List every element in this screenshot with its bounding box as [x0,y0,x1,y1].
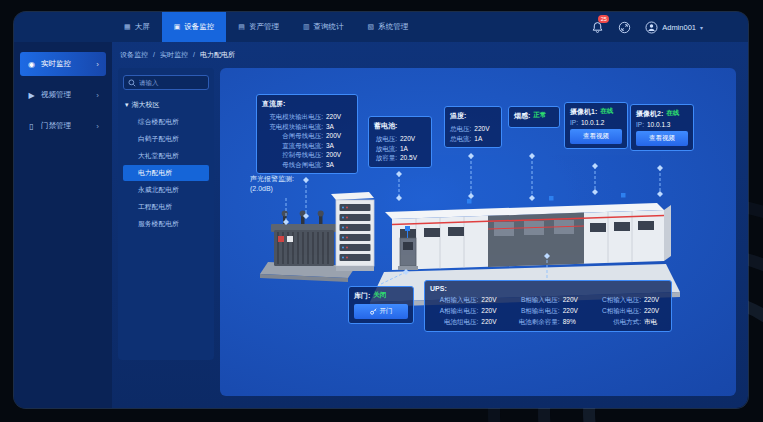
field-value: 市电 [644,317,666,327]
field-label: A相输出电压: [430,306,478,316]
open-door-button[interactable]: 开门 [354,304,408,319]
nav-tab-dashboard[interactable]: ▦ 大屏 [112,12,162,42]
field-value: 220V [644,295,666,305]
tree-item-substation-selected[interactable]: 电力配电所 [123,165,209,181]
status-badge: 在线 [600,107,613,117]
field-label: IP: [636,121,644,128]
sidebar-item-access-control[interactable]: ▯ 门禁管理 › [20,114,106,138]
data-row: 放电压: 220V [374,134,426,144]
dc-screen-panel: 直流屏: 充电模块输出电压: 220V 充电模块输出电流: 3A 合闸母线电压:… [256,94,358,174]
app-window: ▦ 大屏 ▣ 设备监控 ▤ 资产管理 ▥ 查询统计 ▧ 系统管理 [14,12,748,408]
statistics-icon: ▥ [303,23,310,31]
tree-search [123,75,209,90]
field-value: 3A [326,122,352,132]
field-value: 10.0.1.2 [581,119,605,126]
field-label: 总电流: [450,134,471,144]
nav-tab-system-management[interactable]: ▧ 系统管理 [356,12,421,42]
data-row: 充电模块输出电压: 220V [262,112,352,122]
field-value: 200V [326,150,352,160]
temperature-panel: 温度: 总电压: 220V 总电流: 1A [444,106,502,148]
tree-collapse-icon: ▾ [125,101,129,109]
field-value: 3A [326,141,352,151]
nav-tab-asset-management[interactable]: ▤ 资产管理 [226,12,291,42]
fullscreen-toggle[interactable] [618,21,631,34]
panel-title: 蓄电池: [374,121,426,131]
tree-item-substation[interactable]: 白鹤子配电所 [123,131,209,147]
notification-bell-icon[interactable]: 25 [591,21,604,34]
tree-item-substation[interactable]: 永威北配电所 [123,182,209,198]
ups-panel: UPS: A相输入电压: 220V B相输入电压: 220V C相输入电压: 2… [424,280,672,332]
field-label: IP: [570,119,578,126]
panel-title: 摄像机1: [570,107,597,117]
breadcrumb: 设备监控 / 实时监控 / 电力配电所 [120,42,235,67]
view-video-button[interactable]: 查看视频 [570,129,622,144]
data-row: 母线合闸电流: 3A [262,160,352,170]
open-door-label: 开门 [380,307,393,316]
data-row: A相输入电压: 220V [430,295,503,305]
nav-tab-label: 查询统计 [314,22,344,32]
field-label: 合闸母线电压: [262,131,323,141]
sidebar-item-video-management[interactable]: ▶ 视频管理 › [20,83,106,107]
key-icon [370,308,377,315]
chevron-down-icon: ▾ [700,24,703,31]
field-label: C相输出电压: [593,306,641,316]
field-value: 20.5V [400,153,426,163]
field-value: 10.0.1.3 [647,121,671,128]
chevron-right-icon: › [96,91,99,100]
tree-item-substation[interactable]: 工程配电所 [123,199,209,215]
breadcrumb-separator: / [153,51,155,58]
breadcrumb-item-current: 电力配电所 [200,50,235,60]
nav-tab-query-statistics[interactable]: ▥ 查询统计 [291,12,356,42]
data-row: 合闸母线电压: 200V [262,131,352,141]
search-input[interactable] [139,79,204,86]
data-row: 充电模块输出电流: 3A [262,122,352,132]
realtime-monitor-icon: ◉ [27,60,36,69]
tree-root-campus[interactable]: ▾ 湖大校区 [123,98,209,114]
camera1-panel: 摄像机1: 在线 IP: 10.0.1.2 查看视频 [564,102,628,149]
data-row: C相输入电压: 220V [593,295,666,305]
monitor-icon: ▣ [174,23,181,31]
battery-rack [331,192,374,271]
field-label: 声光报警监测: [250,174,294,184]
user-menu[interactable]: Admin001 ▾ [645,21,703,34]
data-row: C相输出电压: 220V [593,306,666,316]
switchgear-cabinet-row [385,193,671,270]
status-badge: 在线 [666,109,679,119]
data-row: 供电方式: 市电 [593,317,666,327]
field-label: 放容量: [374,153,397,163]
fullscreen-icon [618,21,631,34]
panel-title: 温度: [450,111,496,121]
gear-icon: ▧ [368,23,375,31]
data-row: 总电流: 1A [450,134,496,144]
field-label: 控制母线电压: [262,150,323,160]
field-value: 220V [563,306,585,316]
breadcrumb-item[interactable]: 实时监控 [160,50,188,60]
sidebar-item-realtime-monitoring[interactable]: ◉ 实时监控 › [20,52,106,76]
camera2-panel: 摄像机2: 在线 IP: 10.0.1.3 查看视频 [630,104,694,151]
breadcrumb-item[interactable]: 设备监控 [120,50,148,60]
field-value: 220V [563,295,585,305]
page-background: ▦ 大屏 ▣ 设备监控 ▤ 资产管理 ▥ 查询统计 ▧ 系统管理 [0,0,763,422]
tree-item-substation[interactable]: 大礼堂配电所 [123,148,209,164]
field-value: 1A [474,134,496,144]
status-badge: 正常 [533,111,546,121]
field-value: (2.0dB) [250,184,294,194]
field-label: 放电流: [374,144,397,154]
navbar-actions: 25 Admin001 ▾ [591,21,703,34]
view-video-button[interactable]: 查看视频 [636,131,688,146]
nav-tab-device-monitoring[interactable]: ▣ 设备监控 [162,12,227,42]
tree-item-substation[interactable]: 综合楼配电所 [123,114,209,130]
breadcrumb-separator: / [193,51,195,58]
field-label: 总电压: [450,124,471,134]
door-icon: ▯ [27,122,36,131]
panel-title: 直流屏: [262,99,352,109]
field-label: 电池组电压: [430,317,478,327]
user-avatar-icon [645,21,658,34]
data-row: A相输出电压: 220V [430,306,503,316]
nav-tab-label: 大屏 [135,22,150,32]
tree-item-substation[interactable]: 服务楼配电所 [123,216,209,232]
left-sidebar: ◉ 实时监控 › ▶ 视频管理 › ▯ 门禁管理 › [14,42,112,408]
panel-title: 摄像机2: [636,109,663,119]
panel-title: UPS: [430,285,666,292]
field-value: 220V [326,112,352,122]
